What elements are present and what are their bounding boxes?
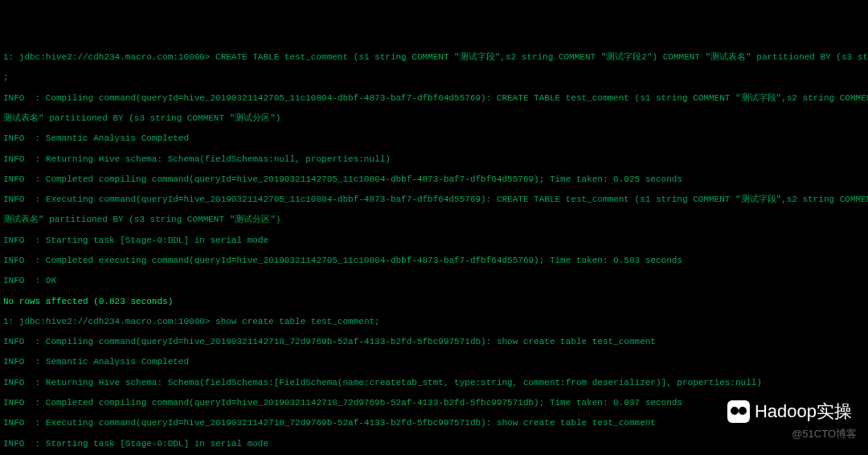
info-starting-task-2: INFO : Starting task [Stage-0:DDL] in se… xyxy=(3,439,865,449)
info-compiling-1: INFO : Compiling command(queryId=hive_20… xyxy=(3,93,865,104)
info-semantic-1: INFO : Semantic Analysis Completed xyxy=(3,133,865,144)
watermark-51cto: @51CTO博客 xyxy=(792,428,857,441)
jdbc-prompt-2: 1: jdbc:hive2://cdh234.macro.com:10000> xyxy=(3,317,215,326)
jdbc-prompt-1: 1: jdbc:hive2://cdh234.macro.com:10000> xyxy=(3,52,215,62)
info-ok-1: INFO : OK xyxy=(3,276,865,286)
wechat-icon xyxy=(727,400,750,423)
info-semantic-2: INFO : Semantic Analysis Completed xyxy=(3,357,865,367)
info-compiling-2: INFO : Compiling command(queryId=hive_20… xyxy=(3,337,865,347)
watermark-hadoop: Hadoop实操 xyxy=(727,400,852,423)
sql-command-create: CREATE TABLE test_comment (s1 string COM… xyxy=(215,52,868,62)
info-schema-2: INFO : Returning Hive schema: Schema(fie… xyxy=(3,378,865,388)
watermark-text: Hadoop实操 xyxy=(755,401,852,421)
semicolon-line: ; xyxy=(3,72,9,82)
info-schema-1: INFO : Returning Hive schema: Schema(fie… xyxy=(3,154,865,165)
info-starting-task-1: INFO : Starting task [Stage-0:DDL] in se… xyxy=(3,236,865,246)
info-executing-1: INFO : Executing command(queryId=hive_20… xyxy=(3,195,865,205)
sql-command-show: show create table test_comment; xyxy=(215,317,380,326)
info-compiled-1: INFO : Completed compiling command(query… xyxy=(3,174,865,185)
info-executing-1b: 测试表名" partitioned BY (s3 string COMMENT … xyxy=(3,215,865,225)
no-rows-affected: No rows affected (0.823 seconds) xyxy=(3,297,865,307)
info-compiling-1b: 测试表名" partitioned BY (s3 string COMMENT … xyxy=(3,113,865,124)
terminal-output: 1: jdbc:hive2://cdh234.macro.com:10000> … xyxy=(0,41,868,455)
info-completed-exec-1: INFO : Completed executing command(query… xyxy=(3,256,865,266)
